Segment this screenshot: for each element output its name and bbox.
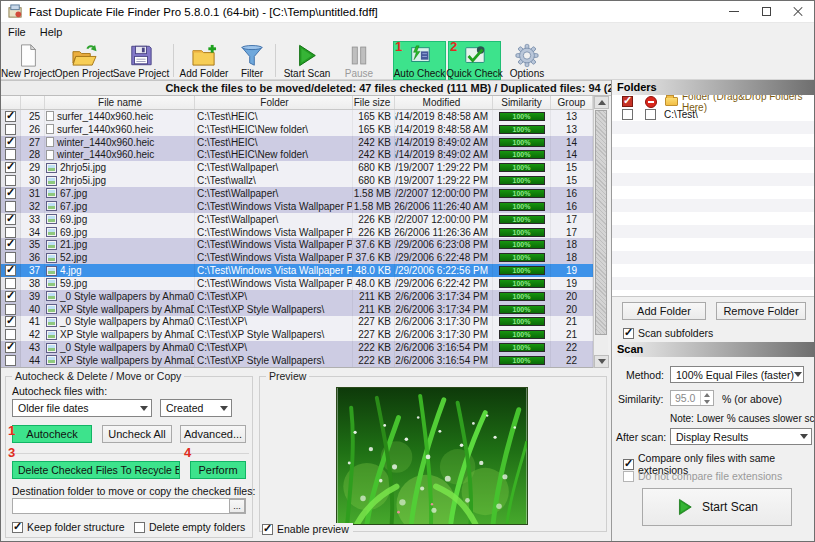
filter-button[interactable]: Filter: [231, 41, 273, 80]
table-row[interactable]: 292hrjo5i.jpgC:\Test\Wallpaper\680 KB2/1…: [1, 161, 593, 174]
row-checkbox[interactable]: [5, 304, 16, 315]
scan-subfolders-checkbox[interactable]: [623, 328, 634, 339]
remove-folder-button[interactable]: Remove Folder: [716, 302, 806, 320]
table-row[interactable]: 44XP Style wallpapers by AhmaD 005.jpgC:…: [1, 354, 593, 367]
group-cell: 20: [551, 290, 593, 303]
folder-exclude-checkbox[interactable]: [645, 109, 656, 120]
enable-preview-checkbox[interactable]: [262, 524, 273, 535]
file-name: _0 Style wallpapers by Ahma0 004.jpg: [60, 316, 195, 327]
folders-header-row[interactable]: Folder (Drag&Drop Folders Here): [612, 95, 815, 108]
scan-panel-header: Scan: [612, 342, 815, 357]
row-checkbox[interactable]: [5, 124, 16, 135]
table-row[interactable]: 28winter_1440x960.heicC:\Test\HEIC\New f…: [1, 149, 593, 162]
row-checkbox[interactable]: [5, 291, 16, 302]
menu-file[interactable]: File: [1, 23, 33, 41]
row-checkbox[interactable]: [5, 355, 16, 366]
auto-check-button[interactable]: 1 Auto Check: [393, 41, 446, 80]
column-header[interactable]: [21, 96, 45, 109]
spinner-arrows[interactable]: [700, 391, 713, 405]
row-checkbox[interactable]: [5, 265, 16, 276]
table-scrollbar[interactable]: [593, 96, 608, 368]
table-row[interactable]: 43_0 Style wallpapers by Ahma0 005.jpgC:…: [1, 341, 593, 354]
table-row[interactable]: 41_0 Style wallpapers by Ahma0 004.jpgC:…: [1, 316, 593, 329]
row-checkbox[interactable]: [5, 162, 16, 173]
column-header[interactable]: File name: [45, 96, 195, 109]
column-header[interactable]: Group: [551, 96, 593, 109]
after-scan-select[interactable]: Display Results: [670, 428, 812, 445]
browse-destination-button[interactable]: ...: [229, 499, 245, 513]
quick-check-button[interactable]: 2 Quick Check: [448, 41, 501, 80]
advanced-button[interactable]: Advanced...: [180, 425, 246, 443]
table-row[interactable]: 3469.jpgC:\Test\Windows Vista Wallpaper …: [1, 226, 593, 239]
maximize-button[interactable]: [750, 1, 782, 22]
open-project-button[interactable]: Open Project: [55, 41, 113, 80]
date-type-select[interactable]: Created: [160, 399, 232, 417]
column-header[interactable]: Folder: [195, 96, 353, 109]
table-row[interactable]: 26surfer_1440x960.heicC:\Test\HEIC\New f…: [1, 123, 593, 136]
row-checkbox[interactable]: [5, 252, 16, 263]
perform-button[interactable]: Perform: [190, 461, 246, 479]
minimize-button[interactable]: [718, 1, 750, 22]
add-folder-button[interactable]: Add Folder: [177, 41, 231, 80]
include-all-checkbox[interactable]: [622, 96, 633, 107]
table-row[interactable]: 3859.jpgC:\Test\Windows Vista Wallpaper …: [1, 277, 593, 290]
column-header[interactable]: File size: [353, 96, 395, 109]
table-row[interactable]: 40XP Style wallpapers by AhmaD 003.jpgC:…: [1, 303, 593, 316]
add-folder-panel-button[interactable]: Add Folder: [622, 302, 706, 320]
row-checkbox[interactable]: [5, 278, 16, 289]
row-checkbox[interactable]: [5, 316, 16, 327]
modified-cell: 5/29/2006 6:23:08 PM: [395, 238, 493, 251]
table-row[interactable]: 27winter_1440x960.heicC:\Test\HEIC\242 K…: [1, 136, 593, 149]
row-checkbox[interactable]: [5, 329, 16, 340]
table-row[interactable]: 42XP Style wallpapers by AhmaD 004.jpgC:…: [1, 328, 593, 341]
row-checkbox[interactable]: [5, 201, 16, 212]
options-button[interactable]: Options: [505, 41, 549, 80]
table-row[interactable]: 3369.jpgC:\Test\Wallpaper\226 KB2/2/2007…: [1, 213, 593, 226]
scrollbar-thumb[interactable]: [595, 110, 607, 335]
autocheck-criteria-select[interactable]: Older file dates: [12, 399, 152, 417]
similarity-spinner[interactable]: 95.0: [670, 390, 714, 406]
start-scan-toolbar-button[interactable]: Start Scan: [281, 41, 333, 80]
table-row[interactable]: 374.jpgC:\Test\Windows Vista Wallpaper P…: [1, 264, 593, 277]
group-cell: 14: [551, 136, 593, 149]
method-select[interactable]: 100% Equal Files (faster): [670, 366, 804, 383]
checked-files-action-select[interactable]: Delete Checked Files To Recycle Bin: [12, 461, 180, 479]
folder-cell: C:\Test\Windows Vista Wallpaper Pack\: [195, 238, 353, 251]
row-checkbox[interactable]: [5, 149, 16, 160]
image-file-icon: [46, 188, 57, 198]
keep-structure-checkbox[interactable]: [12, 522, 23, 533]
uncheck-all-button[interactable]: Uncheck All: [102, 425, 172, 443]
row-checkbox[interactable]: [5, 239, 16, 250]
compare-same-ext-checkbox[interactable]: [623, 459, 634, 470]
scroll-up-icon[interactable]: [594, 96, 609, 109]
delete-empty-checkbox[interactable]: [134, 522, 145, 533]
scroll-down-icon[interactable]: [594, 355, 609, 368]
close-button[interactable]: [782, 1, 814, 22]
file-name-cell: 69.jpg: [45, 213, 195, 226]
menu-help[interactable]: Help: [33, 23, 70, 41]
table-row[interactable]: 3167.jpgC:\Test\Wallpaper\1.58 MB2/2/200…: [1, 187, 593, 200]
table-row[interactable]: 25surfer_1440x960.heicC:\Test\HEIC\165 K…: [1, 110, 593, 123]
row-checkbox[interactable]: [5, 137, 16, 148]
table-row[interactable]: 39_0 Style wallpapers by Ahma0 003.jpgC:…: [1, 290, 593, 303]
start-scan-main-button[interactable]: Start Scan: [642, 488, 792, 526]
table-row[interactable]: 3267.jpgC:\Test\Windows Vista Wallpaper …: [1, 200, 593, 213]
column-header[interactable]: Modified: [395, 96, 493, 109]
row-checkbox[interactable]: [5, 214, 16, 225]
table-row[interactable]: 3521.jpgC:\Test\Windows Vista Wallpaper …: [1, 238, 593, 251]
save-project-button[interactable]: Save Project: [113, 41, 169, 80]
row-checkbox[interactable]: [5, 175, 16, 186]
row-checkbox[interactable]: [5, 111, 16, 122]
row-checkbox[interactable]: [5, 342, 16, 353]
autocheck-action-button[interactable]: Autocheck: [12, 425, 92, 443]
column-header[interactable]: Similarity: [493, 96, 551, 109]
row-checkbox[interactable]: [5, 227, 16, 238]
maximize-icon: [762, 7, 771, 16]
table-row[interactable]: 3652.jpgC:\Test\Windows Vista Wallpaper …: [1, 251, 593, 264]
row-checkbox[interactable]: [5, 188, 16, 199]
destination-input[interactable]: [12, 498, 246, 514]
new-project-button[interactable]: New Project: [1, 41, 55, 80]
column-header[interactable]: [1, 96, 21, 109]
table-row[interactable]: 302hrjo5i.jpgC:\Test\wallz\680 KB2/19/20…: [1, 174, 593, 187]
folder-include-checkbox[interactable]: [622, 109, 633, 120]
